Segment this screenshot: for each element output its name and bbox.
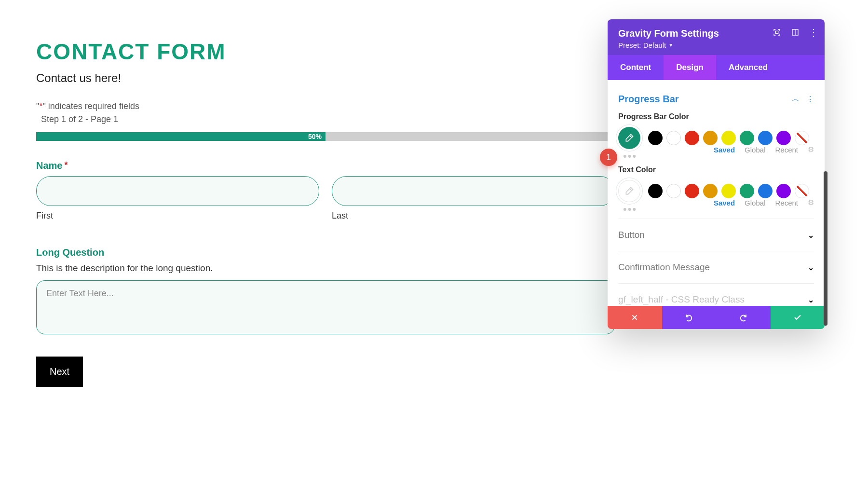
section-confirmation[interactable]: Confirmation Message ⌄: [618, 251, 814, 283]
last-name-sublabel: Last: [332, 211, 615, 221]
svg-rect-0: [775, 31, 778, 33]
color-swatch-black[interactable]: [648, 184, 663, 198]
panel-footer: [608, 306, 825, 329]
annotation-badge-1: 1: [600, 149, 617, 166]
last-name-input[interactable]: [332, 176, 615, 206]
form-subtitle: Contact us here!: [36, 71, 615, 85]
progress-fill: 50%: [36, 132, 326, 141]
progress-bar-color-label: Progress Bar Color: [618, 112, 814, 121]
color-swatch-green[interactable]: [740, 131, 754, 145]
section-css-class[interactable]: gf_left_half - CSS Ready Class ⌄: [618, 283, 814, 306]
chevron-up-icon[interactable]: ︿: [792, 94, 800, 104]
color-swatch-black[interactable]: [648, 131, 663, 145]
color-swatch-green[interactable]: [740, 184, 754, 198]
filter-saved[interactable]: Saved: [714, 199, 735, 207]
gear-icon[interactable]: ⚙: [808, 198, 814, 207]
confirm-button[interactable]: [771, 306, 825, 329]
drag-handle-icon[interactable]: •••: [623, 154, 637, 159]
scrollbar[interactable]: [824, 171, 827, 326]
color-swatch-purple[interactable]: [776, 131, 791, 145]
filter-saved[interactable]: Saved: [714, 146, 735, 154]
section-more-icon[interactable]: ⋮: [806, 95, 814, 104]
first-name-sublabel: First: [36, 211, 319, 221]
color-swatch-none[interactable]: [795, 184, 809, 198]
eyedropper-button[interactable]: [618, 180, 640, 202]
filter-recent[interactable]: Recent: [775, 146, 798, 154]
panel-header: Gravity Form Settings Preset: Default ▼ …: [608, 19, 825, 55]
chevron-down-icon: ⌄: [808, 295, 814, 304]
progress-percent: 50%: [308, 133, 322, 140]
color-swatch-purple[interactable]: [776, 184, 791, 198]
layout-icon[interactable]: [791, 28, 800, 37]
tab-design[interactable]: Design: [664, 55, 716, 80]
color-swatch-orange[interactable]: [703, 131, 718, 145]
long-question-input[interactable]: [36, 280, 615, 334]
form-preview: CONTACT FORM Contact us here! "*" indica…: [36, 39, 615, 387]
settings-panel: Gravity Form Settings Preset: Default ▼ …: [608, 19, 825, 329]
form-title: CONTACT FORM: [36, 39, 615, 65]
required-note: "*" indicates required fields: [36, 101, 615, 111]
tab-content[interactable]: Content: [608, 55, 664, 80]
color-swatch-white[interactable]: [666, 184, 681, 198]
color-swatch-yellow[interactable]: [721, 184, 736, 198]
chevron-down-icon: ⌄: [808, 263, 814, 272]
color-swatch-blue[interactable]: [758, 184, 773, 198]
color-swatch-red[interactable]: [685, 184, 699, 198]
redo-button[interactable]: [716, 306, 771, 329]
next-button[interactable]: Next: [36, 357, 83, 387]
more-icon[interactable]: ⋮: [809, 28, 818, 37]
filter-global[interactable]: Global: [745, 199, 765, 207]
color-swatch-yellow[interactable]: [721, 131, 736, 145]
progress-bar: 50%: [36, 132, 615, 141]
expand-icon[interactable]: [773, 28, 781, 37]
color-swatch-blue[interactable]: [758, 131, 773, 145]
color-swatch-red[interactable]: [685, 131, 699, 145]
section-title: Progress Bar: [618, 94, 679, 105]
color-swatch-white[interactable]: [666, 131, 681, 145]
eyedropper-button[interactable]: [618, 127, 640, 149]
chevron-down-icon: ⌄: [808, 231, 814, 240]
tab-advanced[interactable]: Advanced: [716, 55, 780, 80]
gear-icon[interactable]: ⚙: [808, 145, 814, 154]
color-swatch-orange[interactable]: [703, 184, 718, 198]
filter-recent[interactable]: Recent: [775, 199, 798, 207]
undo-button[interactable]: [662, 306, 717, 329]
section-progress-bar-header[interactable]: Progress Bar ︿ ⋮: [618, 88, 814, 110]
palette-filters: Saved Global Recent ⚙: [714, 145, 814, 157]
palette-filters: Saved Global Recent ⚙: [714, 198, 814, 210]
cancel-button[interactable]: [608, 306, 662, 329]
step-indicator: Step 1 of 2 - Page 1: [41, 114, 615, 124]
filter-global[interactable]: Global: [745, 146, 765, 154]
long-question-desc: This is the description for the long que…: [36, 263, 615, 274]
panel-preset[interactable]: Preset: Default ▼: [618, 41, 814, 49]
name-field-label: Name*: [36, 160, 615, 171]
text-color-label: Text Color: [618, 165, 814, 174]
first-name-input[interactable]: [36, 176, 319, 206]
section-button[interactable]: Button ⌄: [618, 219, 814, 251]
long-question-label: Long Question: [36, 247, 615, 258]
drag-handle-icon[interactable]: •••: [623, 207, 637, 212]
color-swatch-none[interactable]: [795, 131, 809, 145]
caret-down-icon: ▼: [668, 42, 673, 48]
tabs: Content Design Advanced: [608, 55, 825, 80]
